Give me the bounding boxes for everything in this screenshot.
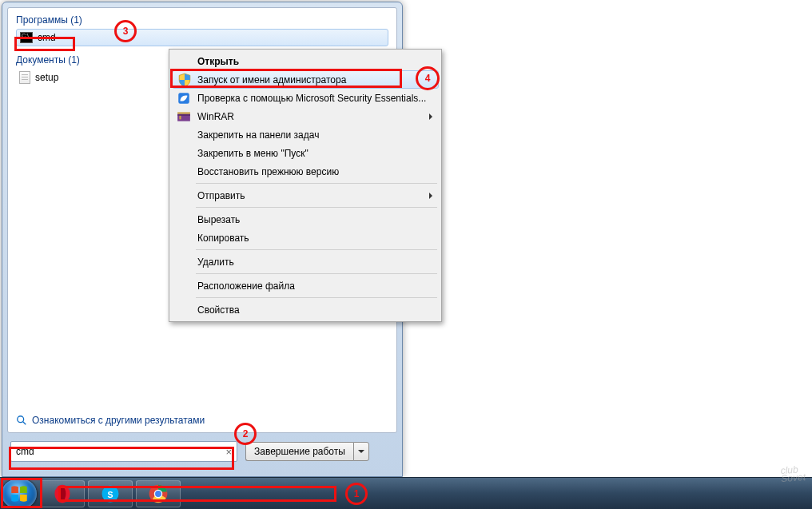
context-menu: Открыть Запуск от имени администратора П…: [169, 49, 442, 322]
result-program-label: cmd: [38, 32, 56, 43]
svg-rect-4: [177, 113, 190, 115]
clear-search-icon[interactable]: ×: [225, 446, 232, 458]
submenu-arrow-icon: [429, 193, 432, 199]
search-input[interactable]: [16, 446, 208, 457]
ctx-winrar[interactable]: WinRAR: [172, 107, 439, 125]
chrome-icon: [147, 483, 169, 505]
start-menu-bottom: × Завершение работы: [7, 433, 397, 470]
opera-icon: [51, 483, 74, 505]
ctx-mse-scan[interactable]: Проверка с помощью Microsoft Security Es…: [172, 89, 439, 107]
ctx-send-to[interactable]: Отправить: [172, 186, 439, 205]
taskbar: S: [0, 477, 812, 509]
shutdown-split-button[interactable]: Завершение работы: [245, 442, 369, 461]
ctx-pin-taskbar[interactable]: Закрепить на панели задач: [172, 125, 439, 144]
submenu-arrow-icon: [429, 113, 432, 120]
ctx-open[interactable]: Открыть: [172, 52, 439, 70]
svg-point-13: [155, 491, 161, 497]
shield-icon: [177, 73, 192, 87]
more-results-link[interactable]: Ознакомиться с другими результатами: [16, 415, 205, 426]
svg-point-8: [59, 487, 66, 501]
taskbar-chrome[interactable]: [136, 480, 181, 507]
svg-text:S: S: [107, 490, 113, 499]
cmd-icon: [20, 32, 33, 43]
results-programs-header: Программы (1): [16, 14, 388, 26]
ctx-delete[interactable]: Удалить: [172, 253, 439, 271]
ctx-cut[interactable]: Вырезать: [172, 210, 439, 229]
skype-icon: S: [99, 483, 121, 505]
ctx-open-location[interactable]: Расположение файла: [172, 276, 439, 295]
shutdown-button[interactable]: Завершение работы: [245, 442, 353, 461]
start-button[interactable]: [2, 479, 37, 508]
result-document-label: setup: [35, 72, 58, 83]
ctx-restore-previous[interactable]: Восстановить прежнюю версию: [172, 162, 439, 181]
ctx-run-as-admin[interactable]: Запуск от имени администратора: [172, 70, 439, 89]
taskbar-skype[interactable]: S: [88, 480, 133, 507]
mse-icon: [177, 91, 191, 105]
taskbar-opera[interactable]: [40, 480, 85, 507]
svg-rect-6: [179, 115, 181, 119]
svg-line-1: [23, 422, 26, 425]
shutdown-options-arrow[interactable]: [353, 442, 369, 461]
svg-point-0: [18, 416, 24, 423]
winrar-icon: [177, 109, 191, 124]
ctx-properties[interactable]: Свойства: [172, 300, 439, 319]
ctx-pin-start[interactable]: Закрепить в меню "Пуск": [172, 144, 439, 162]
windows-logo-icon: [9, 483, 30, 504]
result-program-cmd[interactable]: cmd: [16, 29, 388, 46]
search-box[interactable]: ×: [10, 441, 237, 462]
more-results-label: Ознакомиться с другими результатами: [32, 415, 205, 426]
svg-rect-5: [177, 112, 190, 113]
ctx-copy[interactable]: Копировать: [172, 229, 439, 247]
document-icon: [19, 71, 30, 84]
